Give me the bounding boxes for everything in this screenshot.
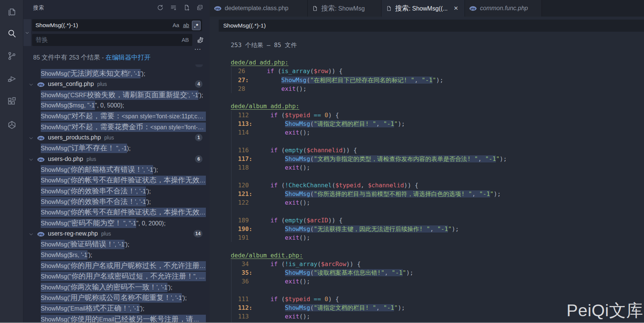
activitybar-source-control[interactable] (0, 46, 23, 66)
token-p: ); (452, 225, 459, 233)
activitybar-search[interactable] (0, 23, 23, 43)
editor-group: phpdedetemplate.class.php搜索: ShowMsg搜索: … (210, 0, 644, 323)
match-highlight: ShowMsg('Email格式不正确！', '-1 (41, 304, 140, 313)
line-number: 116 (231, 147, 252, 154)
activitybar-files[interactable] (0, 2, 23, 21)
result-text: ShowMsg("密码不能为空！ ", "-1", 0, 2000); (41, 218, 206, 228)
result-row[interactable]: ShowMsg("订单不存在！ ", -1); (23, 143, 210, 153)
result-row[interactable]: ShowMsg($rs, '-1'); (23, 250, 210, 260)
tab-3[interactable]: 搜索: ShowMsg((...✕ (382, 0, 465, 17)
result-row[interactable]: ShowMsg('验证码错误！', '-1'); (23, 239, 210, 250)
token-s: " (394, 120, 398, 127)
result-row[interactable]: ShowMsg($msg, "-1", 0, 5000); (23, 100, 210, 111)
preserve-case-toggle[interactable]: AB (182, 34, 189, 46)
result-text: ShowMsg('你的帐号不在邮件验证状态，本操作无效！', '-1'); (41, 175, 206, 185)
close-icon[interactable]: ✕ (453, 5, 459, 12)
token-p: , (478, 155, 485, 162)
token-p: ( (303, 147, 307, 154)
new-search-editor-icon (183, 4, 190, 11)
toggle-search-details-button[interactable]: ··· (194, 47, 202, 53)
regex-toggle[interactable]: .* (192, 21, 201, 30)
indent-guide (231, 260, 232, 323)
token-s: " (432, 77, 436, 84)
match-highlight: ShowMsg("在相同栏目下已经存在同名的标记! ", "-1 (281, 77, 432, 84)
file-row-users_config.php[interactable]: phpusers_config.phpplus4 (23, 79, 210, 89)
search-editor-query-input[interactable]: ShowMsg((.*)-1) (219, 20, 644, 32)
file-name: users-reg-new.phpplus (48, 228, 111, 239)
result-row[interactable]: ShowMsg('无法浏览未知文档!', '-1'); (23, 68, 210, 79)
cjk-text: 格式不正确！ (86, 304, 129, 312)
result-row[interactable]: ShowMsg('你的用户名或用户昵称过长，不允许注册！', '-1'); (23, 260, 210, 271)
token-s: "读取档案基本信息出错!" (314, 269, 385, 276)
match-highlight: ShowMsg('用户昵称或公司名称不能重复！', '-1 (41, 293, 182, 303)
token-v: $channelid (307, 147, 343, 154)
search-editor-results[interactable]: 253 个结果 – 85 文件dede/ad_add.php: 26 if (i… (231, 41, 642, 321)
token-s: "-1 (392, 269, 403, 276)
svg-text:php: php (39, 233, 43, 236)
token-n: 0 (325, 295, 328, 303)
file-name: users-do.phpplus (48, 154, 96, 164)
line-number: 111 (231, 295, 252, 303)
code-line-blank (231, 286, 642, 295)
match-case-toggle[interactable]: Aa (172, 21, 180, 30)
token-p (256, 182, 270, 189)
token-p: , (376, 120, 383, 127)
result-row[interactable]: ShowMsg("对不起，需要：<span style='font-size:1… (23, 111, 210, 121)
file-row-users-reg-new.php[interactable]: phpusers-reg-new.phpplus14 (23, 228, 210, 239)
toggle-replace-button[interactable] (23, 19, 31, 46)
tab-4[interactable]: phpcommon.func.php (465, 0, 542, 17)
result-row[interactable]: ShowMsg('你两次输入的密码不一致！', '-1'); (23, 282, 210, 292)
result-row[interactable]: ShowMsg('Email格式不正确！', '-1'); (23, 303, 210, 314)
result-row[interactable]: ShowMsg('你的效验串不合法！', '-1'); (23, 186, 210, 196)
result-text: ShowMsg('你的效验串不合法！', '-1'); (41, 196, 206, 207)
result-row[interactable]: ShowMsg('你的帐号不在邮件验证状态，本操作无效！', '-1'); (23, 175, 210, 185)
activitybar-package[interactable] (0, 115, 23, 135)
clear-results-button[interactable] (169, 3, 177, 11)
search-input-toggles: Aa ab .* (172, 20, 201, 30)
line-number: 117: (231, 155, 252, 162)
replace-all-button[interactable] (197, 37, 204, 44)
result-row[interactable]: ShowMsg("密码不能为空！ ", "-1", 0, 2000); (23, 218, 210, 228)
token-fn: ShowMsg (285, 155, 310, 162)
tab-2[interactable]: 搜索: ShowMsg (308, 0, 382, 17)
result-row[interactable]: ShowMsg('你的效验串不合法！', '-1'); (23, 196, 210, 207)
token-v: $typeid (285, 295, 310, 303)
tab-label: dedetemplate.class.php (225, 5, 288, 12)
token-p (252, 85, 281, 92)
result-row[interactable]: ShowMsg('你使用的Email已经被另一帐号注册，请使其它Email注册!… (23, 314, 210, 323)
extensions-icon (7, 96, 17, 106)
match-highlight: ShowMsg("请指定文档的栏目! ", "-1 (285, 120, 394, 127)
search-input[interactable]: ShowMsg((.*)-1) Aa ab .* (32, 19, 202, 31)
result-row[interactable]: ShowMsg("你的用户名或密码过短，不允许注册！", "-1"); (23, 271, 210, 282)
activitybar-run-debug[interactable] (0, 69, 23, 88)
token-v: $typeid (285, 112, 310, 119)
match-highlight: ShowMsg("读取档案基本信息出错!", "-1 (285, 269, 403, 276)
replace-input[interactable]: 替换 AB (32, 34, 192, 46)
line-number: 113 (231, 313, 252, 320)
whole-word-toggle[interactable]: ab (182, 21, 190, 30)
file-row-users-do.php[interactable]: phpusers-do.phpplus6 (23, 154, 210, 164)
cjk-text: 你所选择的栏目与当前模型不相符，请选择白色的选项 (317, 190, 461, 197)
activitybar-extensions[interactable] (0, 91, 23, 111)
cjk-text: 你使用的 (71, 315, 99, 323)
new-search-editor-button[interactable] (182, 3, 190, 11)
token-fn: ShowMsg (285, 225, 310, 233)
result-row[interactable]: ShowMsg('CSRF校验失败，请刷新页面重新提交', '-1'); (23, 90, 210, 100)
result-row[interactable]: ShowMsg('用户昵称或公司名称不能重复！', '-1'); (23, 292, 210, 303)
token-p: , (430, 225, 437, 233)
result-row[interactable]: ShowMsg("对不起，需要花费金币：<span style='font-si… (23, 122, 210, 132)
collapse-all-button[interactable] (196, 3, 204, 11)
result-row[interactable]: ShowMsg('你的邮箱格式有错误！', '-1'); (23, 164, 210, 175)
token-p: (); (299, 129, 310, 136)
result-row[interactable]: ShowMsg('你的帐号不在邮件验证状态，本操作无效！', '-1'); (23, 207, 210, 217)
token-s: " (448, 225, 452, 233)
cjk-text: 你的用户名或密码过短，不允许注册！ (71, 272, 193, 280)
refresh-button[interactable] (156, 3, 164, 11)
token-kw: if (270, 260, 278, 268)
open-in-editor-link[interactable]: 在编辑器中打开 (106, 54, 151, 61)
token-s: "-1 (437, 225, 448, 233)
token-p (256, 260, 270, 268)
file-row-users_products.php[interactable]: phpusers_products.phpplus1 (23, 132, 210, 143)
code-line: 120 if (!CheckChannel($typeid, $channeli… (231, 181, 642, 190)
tab-1[interactable]: phpdedetemplate.class.php (210, 0, 308, 17)
